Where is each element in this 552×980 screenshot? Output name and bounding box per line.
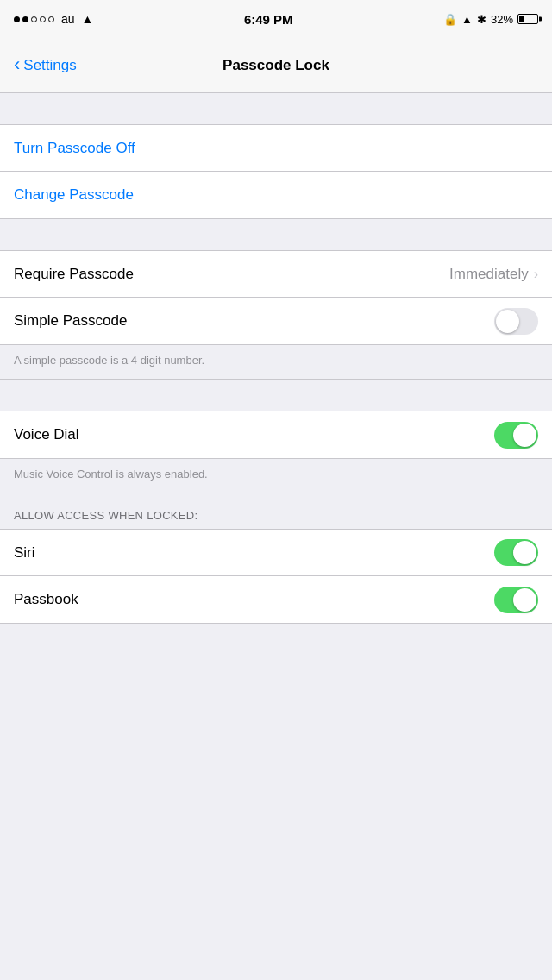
toggle-thumb-voice bbox=[513, 424, 536, 447]
siri-row[interactable]: Siri bbox=[0, 530, 552, 576]
simple-passcode-label: Simple Passcode bbox=[14, 312, 127, 330]
allow-access-header: Allow Access When Locked: bbox=[0, 493, 552, 529]
section-2-spacer bbox=[0, 219, 552, 250]
status-time: 6:49 PM bbox=[244, 12, 293, 27]
turn-passcode-off-row[interactable]: Turn Passcode Off bbox=[0, 125, 552, 172]
back-label: Settings bbox=[23, 57, 76, 74]
battery-percentage: 32% bbox=[491, 13, 513, 26]
voice-dial-note: Music Voice Control is always enabled. bbox=[0, 459, 552, 493]
section-allow-access: Siri Passbook bbox=[0, 529, 552, 624]
status-left: au ▲ bbox=[14, 12, 93, 26]
voice-dial-toggle[interactable] bbox=[494, 422, 538, 449]
battery-fill bbox=[519, 16, 524, 22]
require-passcode-value: Immediately bbox=[449, 266, 529, 283]
siri-toggle[interactable] bbox=[494, 539, 538, 566]
wifi-icon: ▲ bbox=[82, 12, 94, 26]
passbook-row[interactable]: Passbook bbox=[0, 576, 552, 623]
voice-dial-row[interactable]: Voice Dial bbox=[0, 411, 552, 458]
require-passcode-label: Require Passcode bbox=[14, 266, 134, 283]
signal-dot-5 bbox=[48, 16, 54, 22]
section-3-spacer bbox=[0, 380, 552, 411]
toggle-thumb bbox=[496, 310, 519, 333]
signal-dot-4 bbox=[40, 16, 46, 22]
toggle-thumb-siri bbox=[513, 541, 536, 564]
signal-dot-1 bbox=[14, 16, 20, 22]
signal-dot-2 bbox=[22, 16, 28, 22]
bluetooth-icon: ✱ bbox=[477, 13, 486, 26]
require-passcode-right: Immediately › bbox=[449, 266, 538, 283]
content-area: Turn Passcode Off Change Passcode Requir… bbox=[0, 93, 552, 624]
siri-label: Siri bbox=[14, 544, 35, 562]
require-passcode-row[interactable]: Require Passcode Immediately › bbox=[0, 251, 552, 298]
back-chevron-icon: ‹ bbox=[14, 55, 20, 74]
section-voice-dial: Voice Dial bbox=[0, 411, 552, 459]
signal-dots bbox=[14, 16, 54, 22]
section-passcode-settings: Require Passcode Immediately › Simple Pa… bbox=[0, 250, 552, 345]
toggle-thumb-passbook bbox=[513, 588, 536, 612]
page-title: Passcode Lock bbox=[223, 57, 329, 74]
location-icon: ▲ bbox=[461, 13, 473, 26]
carrier-label: au bbox=[61, 12, 75, 26]
turn-passcode-off-label: Turn Passcode Off bbox=[14, 140, 135, 157]
simple-passcode-note: A simple passcode is a 4 digit number. bbox=[0, 345, 552, 380]
change-passcode-row[interactable]: Change Passcode bbox=[0, 172, 552, 218]
section-passcode-actions: Turn Passcode Off Change Passcode bbox=[0, 124, 552, 219]
signal-dot-3 bbox=[31, 16, 37, 22]
simple-passcode-row[interactable]: Simple Passcode bbox=[0, 298, 552, 344]
passbook-toggle[interactable] bbox=[494, 587, 538, 613]
passbook-label: Passbook bbox=[14, 591, 78, 608]
back-button[interactable]: ‹ Settings bbox=[14, 56, 77, 74]
section-1-spacer bbox=[0, 93, 552, 124]
nav-bar: ‹ Settings Passcode Lock bbox=[0, 38, 552, 93]
change-passcode-label: Change Passcode bbox=[14, 186, 134, 204]
lock-icon: 🔒 bbox=[443, 13, 457, 26]
simple-passcode-toggle[interactable] bbox=[494, 308, 538, 335]
status-right: 🔒 ▲ ✱ 32% bbox=[443, 13, 538, 26]
chevron-right-icon: › bbox=[534, 267, 538, 282]
battery-icon bbox=[518, 14, 538, 24]
voice-dial-label: Voice Dial bbox=[14, 426, 79, 443]
status-bar: au ▲ 6:49 PM 🔒 ▲ ✱ 32% bbox=[0, 0, 552, 38]
